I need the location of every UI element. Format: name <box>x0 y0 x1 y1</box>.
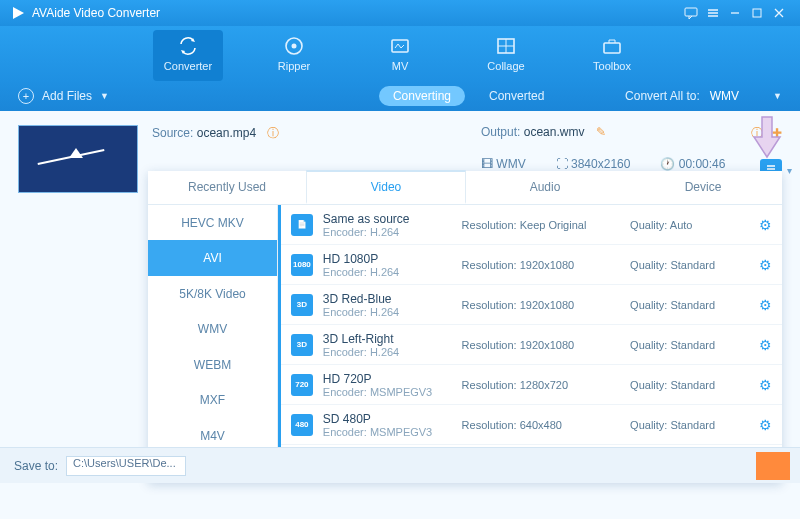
ripper-icon <box>283 34 305 58</box>
preset-row[interactable]: 480SD 480PEncoder: MSMPEGV3Resolution: 6… <box>281 405 782 445</box>
format-item[interactable]: WMV <box>148 311 277 346</box>
output-value: ocean.wmv <box>524 125 585 139</box>
panel-tab-recently[interactable]: Recently Used <box>148 171 306 204</box>
preset-icon: 3D <box>291 294 313 316</box>
preset-quality: Quality: Auto <box>630 219 749 231</box>
gear-icon[interactable]: ⚙ <box>759 337 772 353</box>
convert-all-value[interactable]: WMV <box>710 89 739 103</box>
add-files-button[interactable]: + Add Files ▼ <box>18 88 109 104</box>
resolution-icon: ⛶ <box>556 157 568 171</box>
preset-encoder: Encoder: MSMPEGV3 <box>323 386 452 398</box>
gear-icon[interactable]: ⚙ <box>759 217 772 233</box>
format-item[interactable]: HEVC MKV <box>148 205 277 240</box>
close-icon[interactable] <box>768 2 790 24</box>
converter-icon <box>177 34 199 58</box>
maximize-icon[interactable] <box>746 2 768 24</box>
preset-resolution: Resolution: 1920x1080 <box>462 339 621 351</box>
preset-quality: Quality: Standard <box>630 259 749 271</box>
nav-converter[interactable]: Converter <box>153 30 223 81</box>
menu-icon[interactable] <box>702 2 724 24</box>
panel-tab-audio[interactable]: Audio <box>466 171 624 204</box>
info-icon[interactable]: ⓘ <box>267 125 279 142</box>
preset-resolution: Resolution: 1920x1080 <box>462 259 621 271</box>
preset-resolution: Resolution: 640x480 <box>462 419 621 431</box>
gear-icon[interactable]: ⚙ <box>759 417 772 433</box>
minimize-icon[interactable] <box>724 2 746 24</box>
preset-row[interactable]: 3D3D Red-BlueEncoder: H.264Resolution: 1… <box>281 285 782 325</box>
svg-rect-1 <box>685 8 697 16</box>
chevron-down-icon: ▼ <box>100 91 109 101</box>
convert-all-label: Convert All to: <box>625 89 700 103</box>
nav-toolbox[interactable]: Toolbox <box>577 30 647 81</box>
sub-toolbar: + Add Files ▼ Converting Converted Conve… <box>0 81 800 111</box>
save-path-input[interactable]: C:\Users\USER\De... <box>66 456 186 476</box>
mv-icon <box>389 34 411 58</box>
preset-name: HD 1080P <box>323 252 452 266</box>
hint-arrow <box>750 115 784 159</box>
nav-label: Converter <box>164 60 212 72</box>
nav-collage[interactable]: Collage <box>471 30 541 81</box>
svg-point-7 <box>292 44 297 49</box>
nav-label: MV <box>392 60 409 72</box>
preset-icon: 3D <box>291 334 313 356</box>
preset-icon: 📄 <box>291 214 313 236</box>
format-panel: Recently Used Video Audio Device HEVC MK… <box>148 171 782 483</box>
edit-icon[interactable]: ✎ <box>596 125 606 139</box>
preset-encoder: Encoder: H.264 <box>323 266 452 278</box>
preset-resolution: Resolution: 1280x720 <box>462 379 621 391</box>
feedback-icon[interactable] <box>680 2 702 24</box>
plus-icon: + <box>18 88 34 104</box>
toolbox-icon <box>601 34 623 58</box>
preset-quality: Quality: Standard <box>630 339 749 351</box>
preset-row[interactable]: 📄Same as sourceEncoder: H.264Resolution:… <box>281 205 782 245</box>
preset-name: 3D Left-Right <box>323 332 452 346</box>
gear-icon[interactable]: ⚙ <box>759 297 772 313</box>
preset-icon: 720 <box>291 374 313 396</box>
source-label: Source: <box>152 126 193 140</box>
out-dur: 00:00:46 <box>679 157 726 171</box>
convert-button[interactable] <box>756 452 790 480</box>
tab-converting[interactable]: Converting <box>379 86 465 106</box>
nav-label: Ripper <box>278 60 310 72</box>
nav-ripper[interactable]: Ripper <box>259 30 329 81</box>
format-item[interactable]: MXF <box>148 382 277 417</box>
nav-label: Collage <box>487 60 524 72</box>
gear-icon[interactable]: ⚙ <box>759 257 772 273</box>
preset-row[interactable]: 3D3D Left-RightEncoder: H.264Resolution:… <box>281 325 782 365</box>
panel-tab-device[interactable]: Device <box>624 171 782 204</box>
format-item[interactable]: WEBM <box>148 347 277 382</box>
chevron-down-icon[interactable]: ▾ <box>787 165 792 176</box>
video-thumbnail[interactable] <box>18 125 138 193</box>
preset-encoder: Encoder: H.264 <box>323 226 452 238</box>
gear-icon[interactable]: ⚙ <box>759 377 772 393</box>
bottom-bar: Save to: C:\Users\USER\De... <box>0 447 800 483</box>
panel-tabs: Recently Used Video Audio Device <box>148 171 782 205</box>
chevron-down-icon[interactable]: ▼ <box>773 91 782 101</box>
preset-row[interactable]: 720HD 720PEncoder: MSMPEGV3Resolution: 1… <box>281 365 782 405</box>
clock-icon: 🕐 <box>660 157 675 171</box>
preset-row[interactable]: 1080HD 1080PEncoder: H.264Resolution: 19… <box>281 245 782 285</box>
collage-icon <box>495 34 517 58</box>
format-item[interactable]: AVI <box>148 240 277 275</box>
add-files-label: Add Files <box>42 89 92 103</box>
nav-label: Toolbox <box>593 60 631 72</box>
output-label: Output: <box>481 125 520 139</box>
tab-converted[interactable]: Converted <box>489 89 544 103</box>
preset-name: 3D Red-Blue <box>323 292 452 306</box>
play-logo-icon <box>10 5 26 21</box>
out-res: 3840x2160 <box>571 157 630 171</box>
svg-rect-3 <box>753 9 761 17</box>
panel-tab-video[interactable]: Video <box>306 170 466 204</box>
content-area: Source: ocean.mp4 ⓘ Output: ocean.wmv ✎ … <box>0 111 800 483</box>
app-title: AVAide Video Converter <box>32 6 160 20</box>
out-format: WMV <box>496 157 525 171</box>
preset-quality: Quality: Standard <box>630 419 749 431</box>
title-bar: AVAide Video Converter <box>0 0 800 26</box>
nav-mv[interactable]: MV <box>365 30 435 81</box>
save-to-label: Save to: <box>14 459 58 473</box>
format-list: HEVC MKV AVI 5K/8K Video WMV WEBM MXF M4… <box>148 205 278 483</box>
top-nav: Converter Ripper MV Collage Toolbox <box>0 26 800 81</box>
preset-name: HD 720P <box>323 372 452 386</box>
film-icon: 🎞 <box>481 157 493 171</box>
format-item[interactable]: 5K/8K Video <box>148 276 277 311</box>
